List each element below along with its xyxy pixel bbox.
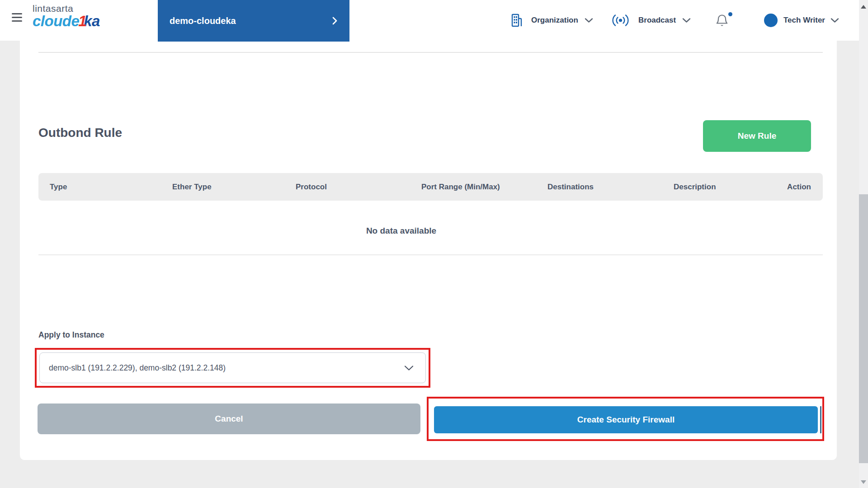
notification-dot-badge: [728, 12, 732, 16]
menu-hamburger-icon[interactable]: [12, 13, 23, 28]
logo-brand-text: cloude1ka: [33, 14, 100, 28]
user-avatar: [764, 14, 778, 27]
broadcast-menu[interactable]: Broadcast: [610, 0, 691, 41]
cancel-button[interactable]: Cancel: [38, 404, 420, 434]
submit-button-edge-mark: [820, 406, 821, 433]
column-header-description: Description: [674, 183, 786, 192]
broadcast-label: Broadcast: [638, 16, 676, 25]
chevron-right-icon: [332, 16, 338, 26]
user-account-menu[interactable]: Tech Writer: [764, 0, 839, 41]
project-name: demo-cloudeka: [170, 16, 236, 26]
bell-icon: [716, 14, 728, 27]
broadcast-signal-icon: [610, 14, 631, 27]
apply-to-instance-select[interactable]: demo-slb1 (191.2.2.229), demo-slb2 (191.…: [39, 352, 426, 383]
table-bottom-divider: [38, 254, 823, 255]
outbound-rule-section-title: Outbond Rule: [38, 126, 122, 140]
chevron-down-icon: [404, 365, 414, 371]
top-header: lintasarta cloude1ka demo-cloudeka Organ…: [0, 0, 868, 41]
create-security-firewall-button[interactable]: Create Security Firewall: [434, 406, 818, 433]
red-highlight-instance-select: demo-slb1 (191.2.2.229), demo-slb2 (191.…: [35, 348, 430, 388]
apply-to-instance-label: Apply to Instance: [38, 330, 104, 340]
outbound-rules-table-header: Type Ether Type Protocol Port Range (Min…: [38, 173, 823, 201]
chevron-down-icon: [830, 18, 839, 23]
red-highlight-create-button: Create Security Firewall: [427, 397, 824, 441]
security-firewall-panel: Outbond Rule New Rule Type Ether Type Pr…: [20, 41, 837, 460]
top-divider: [38, 52, 823, 53]
scroll-up-arrow[interactable]: [861, 5, 866, 9]
column-header-protocol: Protocol: [296, 183, 421, 192]
lintasarta-cloudeka-logo: lintasarta cloude1ka: [33, 4, 100, 28]
new-rule-button[interactable]: New Rule: [703, 120, 811, 152]
column-header-action: Action: [786, 183, 811, 192]
logo-company-text: lintasarta: [33, 4, 100, 13]
column-header-type: Type: [50, 183, 172, 192]
organization-menu[interactable]: Organization: [510, 0, 593, 41]
empty-table-message: No data available: [38, 226, 823, 236]
column-header-port-range: Port Range (Min/Max): [421, 183, 547, 192]
organization-building-icon: [510, 13, 524, 28]
chevron-down-icon: [682, 18, 691, 23]
scrollbar-thumb[interactable]: [859, 194, 868, 463]
instance-select-value: demo-slb1 (191.2.2.229), demo-slb2 (191.…: [49, 363, 404, 373]
project-selector-tab[interactable]: demo-cloudeka: [158, 0, 349, 42]
scroll-down-arrow[interactable]: [861, 480, 866, 484]
chevron-down-icon: [585, 18, 593, 23]
column-header-ether-type: Ether Type: [172, 183, 296, 192]
user-name-label: Tech Writer: [783, 16, 825, 25]
notifications-button[interactable]: [716, 0, 728, 41]
column-header-destinations: Destinations: [547, 183, 674, 192]
organization-label: Organization: [531, 16, 578, 25]
vertical-scrollbar[interactable]: [859, 0, 868, 488]
